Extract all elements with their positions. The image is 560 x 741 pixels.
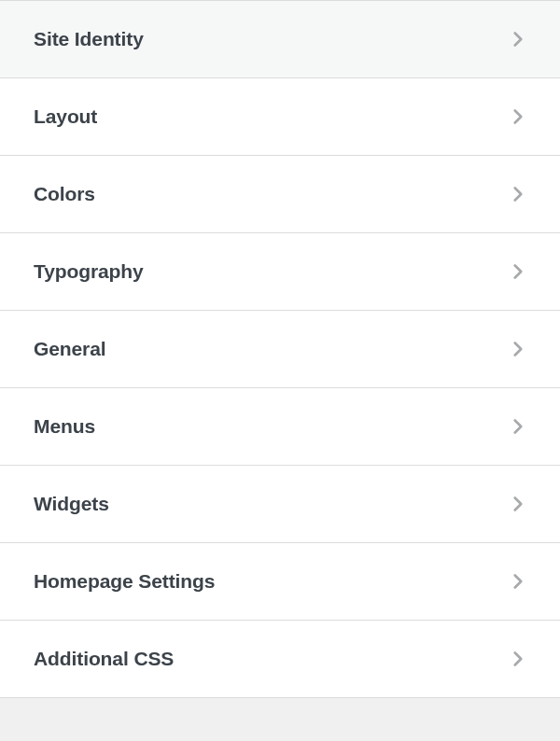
section-label: Site Identity [34,28,144,50]
chevron-right-icon [506,647,530,671]
chevron-right-icon [506,105,530,129]
section-layout[interactable]: Layout [0,78,560,156]
section-label: Typography [34,260,144,283]
section-homepage-settings[interactable]: Homepage Settings [0,543,560,621]
section-label: Colors [34,183,95,205]
chevron-right-icon [506,492,530,516]
section-widgets[interactable]: Widgets [0,466,560,543]
chevron-right-icon [506,182,530,206]
chevron-right-icon [506,414,530,439]
customizer-panel: Site Identity Layout Colors Typography G… [0,0,560,698]
section-label: Layout [34,105,97,128]
chevron-right-icon [506,569,530,594]
section-colors[interactable]: Colors [0,156,560,233]
section-label: General [34,338,106,360]
section-site-identity[interactable]: Site Identity [0,0,560,78]
section-additional-css[interactable]: Additional CSS [0,621,560,698]
chevron-right-icon [506,27,530,51]
section-label: Homepage Settings [34,570,215,593]
section-label: Menus [34,415,95,438]
chevron-right-icon [506,259,530,284]
section-label: Widgets [34,493,109,515]
section-general[interactable]: General [0,311,560,388]
section-typography[interactable]: Typography [0,233,560,311]
section-label: Additional CSS [34,648,174,670]
chevron-right-icon [506,337,530,361]
section-menus[interactable]: Menus [0,388,560,466]
